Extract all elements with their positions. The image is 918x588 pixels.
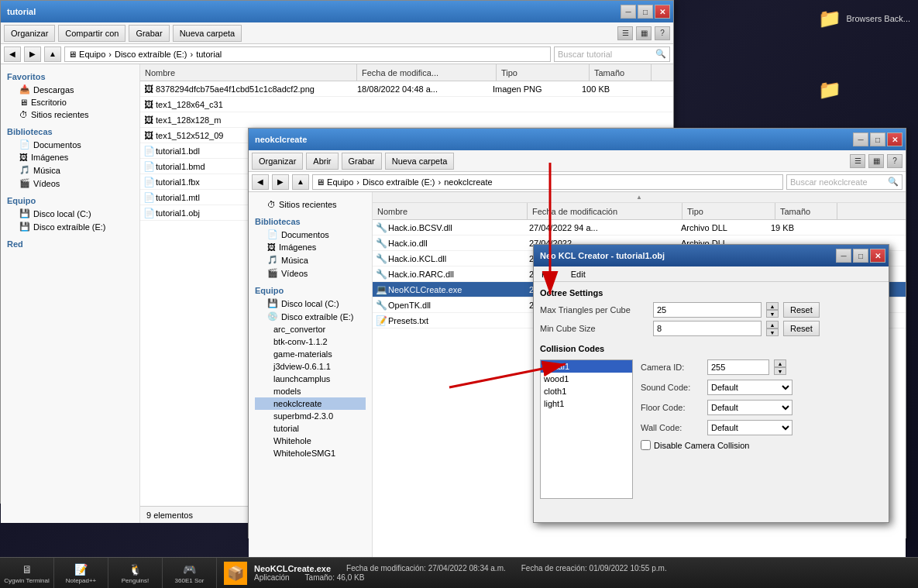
kcl-camera-id-down[interactable]: ▼ <box>774 367 786 375</box>
explorer1-search-box[interactable]: Buscar tutorial 🔍 <box>554 46 670 62</box>
sidebar1-computer-title[interactable]: Equipo <box>7 194 133 207</box>
sidebar1-favorites-title[interactable]: Favoritos <box>7 70 133 83</box>
kcl-min-cube-down[interactable]: ▼ <box>766 328 779 336</box>
sidebar2-superbmd[interactable]: superbmd-2.3.0 <box>255 410 366 422</box>
kcl-floor-code-select[interactable]: Default <box>707 400 793 415</box>
sidebar1-downloads[interactable]: 📥Descargas <box>7 83 133 96</box>
sidebar2-videos[interactable]: 🎬Vídeos <box>255 266 366 280</box>
sidebar2-libraries-title[interactable]: Bibliotecas <box>255 215 366 228</box>
col-header-size-2[interactable]: Tamaño <box>775 203 837 219</box>
explorer1-burn-button[interactable]: Grabar <box>129 25 169 42</box>
col-header-type-1[interactable]: Tipo <box>497 64 590 81</box>
sidebar1-network-title[interactable]: Red <box>7 238 133 250</box>
sidebar2-computer-title[interactable]: Equipo <box>255 284 366 297</box>
collision-item-cloth1[interactable]: cloth1 <box>541 385 632 397</box>
kcl-close-button[interactable]: ✕ <box>870 249 885 263</box>
sidebar1-documents[interactable]: 📄Documentos <box>7 138 133 151</box>
taskbar-cygwin[interactable]: 🖥 Cygwin Terminal <box>0 558 54 589</box>
sidebar1-desktop[interactable]: 🖥Escritorio <box>7 96 133 108</box>
kcl-camera-id-input[interactable] <box>707 359 769 375</box>
sidebar1-music[interactable]: 🎵Música <box>7 163 133 177</box>
explorer1-back-button[interactable]: ◀ <box>4 46 21 62</box>
explorer2-view-toggle[interactable]: ☰ <box>850 154 865 168</box>
taskbar-penguins[interactable]: 🐧 Penguins! <box>108 558 163 589</box>
sidebar1-videos[interactable]: 🎬Vídeos <box>7 177 133 190</box>
explorer1-organize-button[interactable]: Organizar <box>4 25 55 42</box>
sidebar2-whiteholesmg1[interactable]: WhiteholeSMG1 <box>255 447 366 459</box>
explorer1-help-button[interactable]: ? <box>655 26 670 40</box>
taskbar-360e1[interactable]: 🎮 360E1 Sor <box>163 558 217 589</box>
table-row[interactable]: 🔧 Hack.io.BCSV.dll 27/04/2022 94 a... Ar… <box>373 220 906 236</box>
col-header-date-1[interactable]: Fecha de modifica... <box>357 64 497 81</box>
sidebar1-images[interactable]: 🖼Imágenes <box>7 151 133 163</box>
sidebar2-models[interactable]: models <box>255 385 366 397</box>
col-header-name-1[interactable]: Nombre <box>140 64 357 81</box>
explorer2-burn-button[interactable]: Grabar <box>342 153 382 170</box>
explorer2-address-path[interactable]: 🖥 Equipo › Disco extraíble (E:) › neokcl… <box>312 174 783 190</box>
taskbar-notepad[interactable]: 📝 Notepad++ <box>54 558 108 589</box>
explorer2-forward-button[interactable]: ▶ <box>272 174 289 190</box>
explorer1-forward-button[interactable]: ▶ <box>24 46 41 62</box>
kcl-sound-code-select[interactable]: Default <box>707 380 793 395</box>
corner-folder-browsers[interactable]: 📁 Browsers Back... <box>818 8 910 29</box>
kcl-max-triangles-reset[interactable]: Reset <box>783 302 820 318</box>
sidebar2-tutorial[interactable]: tutorial <box>255 422 366 435</box>
explorer2-close-button[interactable]: ✕ <box>887 132 903 146</box>
sidebar2-drive-c[interactable]: 💾Disco local (C:) <box>255 297 366 310</box>
explorer2-back-button[interactable]: ◀ <box>252 174 269 190</box>
sidebar1-drive-e[interactable]: 💾Disco extraíble (E:) <box>7 220 133 233</box>
sidebar1-recent[interactable]: ⏱Sitios recientes <box>7 108 133 121</box>
sidebar2-documents[interactable]: 📄Documentos <box>255 228 366 241</box>
explorer1-maximize-button[interactable]: □ <box>638 5 653 19</box>
corner-folder-2[interactable]: 📁 <box>818 79 910 101</box>
collision-item-wood1[interactable]: wood1 <box>541 373 632 385</box>
explorer2-up-button[interactable]: ▲ <box>292 174 309 190</box>
explorer1-address-path[interactable]: 🖥 Equipo › Disco extraíble (E:) › tutori… <box>64 46 551 62</box>
sidebar2-music[interactable]: 🎵Música <box>255 253 366 266</box>
sidebar2-drive-e[interactable]: 💿Disco extraíble (E:) <box>255 310 366 323</box>
explorer2-view-details[interactable]: ▦ <box>868 154 884 168</box>
collision-item-light1[interactable]: light1 <box>541 397 632 410</box>
sidebar1-libraries-title[interactable]: Bibliotecas <box>7 126 133 138</box>
explorer2-organize-button[interactable]: Organizar <box>252 153 303 170</box>
explorer1-share-button[interactable]: Compartir con <box>58 25 125 42</box>
kcl-edit-menu[interactable]: Edit <box>568 268 589 280</box>
kcl-camera-id-up[interactable]: ▲ <box>774 359 786 367</box>
sidebar2-recent[interactable]: ⏱Sitios recientes <box>255 198 366 211</box>
table-row[interactable]: 🖼 8378294dfcb75ae4f1cbd51c1c8adcf2.png 1… <box>140 81 673 97</box>
col-header-name-2[interactable]: Nombre <box>373 203 528 219</box>
table-row[interactable]: 🖼 tex1_128x64_c31 <box>140 97 673 112</box>
explorer2-open-button[interactable]: Abrir <box>306 153 338 170</box>
kcl-min-cube-reset[interactable]: Reset <box>783 321 820 336</box>
table-row[interactable]: 🖼 tex1_128x128_m <box>140 112 673 128</box>
kcl-file-menu[interactable]: File <box>538 268 559 280</box>
kcl-max-triangles-input[interactable] <box>653 302 762 318</box>
sidebar2-j3d[interactable]: j3dview-0.6.1.1 <box>255 360 366 373</box>
sidebar1-drive-c[interactable]: 💾Disco local (C:) <box>7 207 133 220</box>
collision-item-metal1[interactable]: metal1 <box>541 360 632 373</box>
kcl-max-triangles-up[interactable]: ▲ <box>766 302 779 310</box>
sidebar2-game-materials[interactable]: game-materials <box>255 348 366 360</box>
col-header-type-2[interactable]: Tipo <box>682 203 775 219</box>
col-header-date-2[interactable]: Fecha de modificación <box>528 203 682 219</box>
sidebar2-whitehole[interactable]: Whitehole <box>255 435 366 447</box>
col-header-size-1[interactable]: Tamaño <box>590 64 652 81</box>
sidebar2-btk[interactable]: btk-conv-1.1.2 <box>255 335 366 348</box>
explorer1-view-details[interactable]: ▦ <box>636 26 652 40</box>
kcl-minimize-button[interactable]: ─ <box>836 249 851 263</box>
kcl-disable-camera-checkbox[interactable] <box>641 440 651 450</box>
sidebar2-images[interactable]: 🖼Imágenes <box>255 241 366 253</box>
sidebar2-neokclcreate[interactable]: neokclcreate <box>255 397 366 410</box>
explorer1-up-button[interactable]: ▲ <box>44 46 61 62</box>
explorer1-minimize-button[interactable]: ─ <box>621 5 636 19</box>
sidebar2-launchcam[interactable]: launchcamplus <box>255 373 366 385</box>
explorer1-close-button[interactable]: ✕ <box>655 5 670 19</box>
kcl-wall-code-select[interactable]: Default <box>707 420 793 435</box>
explorer2-help-button[interactable]: ? <box>887 154 903 168</box>
explorer2-newfolder-button[interactable]: Nueva carpeta <box>385 153 455 170</box>
kcl-min-cube-input[interactable] <box>653 321 762 336</box>
kcl-collision-list[interactable]: metal1 wood1 cloth1 light1 <box>540 359 633 499</box>
sidebar2-arc-convertor[interactable]: arc_convertor <box>255 323 366 335</box>
kcl-maximize-button[interactable]: □ <box>853 249 868 263</box>
explorer2-search-box[interactable]: Buscar neokclcreate 🔍 <box>786 174 903 190</box>
